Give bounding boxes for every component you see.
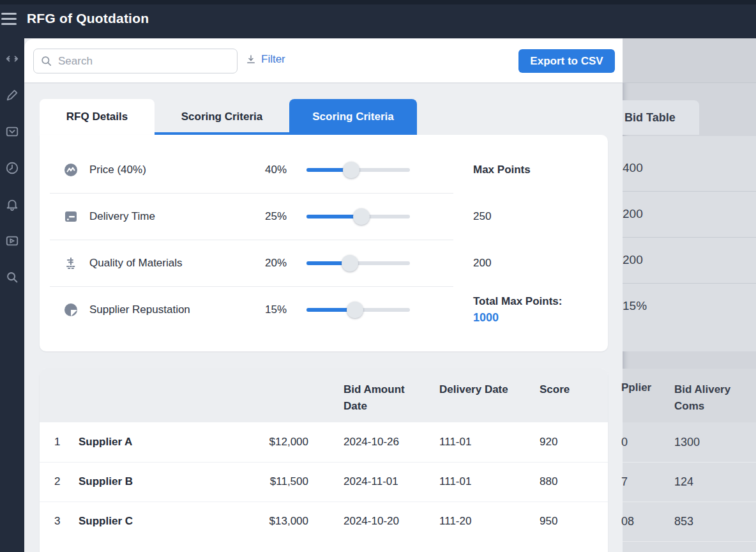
slider-knob[interactable] bbox=[347, 302, 363, 318]
quality-slider[interactable] bbox=[306, 255, 410, 272]
table-row: 0 1300 bbox=[623, 422, 756, 462]
search-icon bbox=[40, 55, 52, 67]
search-input[interactable] bbox=[58, 55, 218, 68]
max-points-value: 200 bbox=[410, 257, 608, 270]
total-max-points: Total Max Points: 1000 bbox=[410, 295, 608, 325]
clock-icon[interactable] bbox=[4, 160, 20, 176]
tab-rfq-details[interactable]: RFQ Details bbox=[40, 99, 155, 135]
slider-knob[interactable] bbox=[343, 162, 359, 178]
criterion-label: Delivery Time bbox=[80, 210, 246, 223]
table-row: 2 Supplier B $11,500 2024-11-01 111-01 8… bbox=[40, 462, 608, 502]
col-header-pplier: Pplier bbox=[621, 381, 674, 422]
background-bid-table: Pplier Bid Alivery Coms 0 1300 7 124 08 … bbox=[623, 369, 756, 552]
price-icon bbox=[64, 163, 78, 177]
delivery-date: 111-01 bbox=[439, 436, 513, 448]
score: 880 bbox=[513, 475, 570, 488]
table-row: 3 Supplier C $13,000 2024-10-20 111-20 9… bbox=[40, 502, 608, 541]
tab-bid-table[interactable]: Bid Table bbox=[623, 100, 699, 135]
col-header-bid-alivery-coms: Bid Alivery Coms bbox=[674, 381, 745, 422]
background-layer: Bid Table 400 200 200 15% Pplier Bid Ali… bbox=[623, 38, 756, 552]
background-table-header: Pplier Bid Alivery Coms bbox=[623, 369, 756, 422]
row-number: 3 bbox=[54, 515, 79, 528]
top-strip bbox=[0, 0, 756, 4]
cell: 7 bbox=[621, 475, 674, 489]
criterion-weight: 15% bbox=[246, 303, 287, 316]
cell: 1300 bbox=[674, 436, 745, 449]
tab-bar: RFQ Details Scoring Criteria Scoring Cri… bbox=[40, 99, 417, 135]
scoring-row-quality: Quality of Materials 20% 200 bbox=[40, 240, 608, 286]
criterion-weight: 40% bbox=[246, 164, 287, 176]
bid-date: 2024-10-26 bbox=[344, 436, 439, 448]
table-bottom-divider bbox=[623, 541, 756, 552]
filter-button[interactable]: Filter bbox=[245, 53, 285, 66]
col-header-delivery-date: Delivery Date bbox=[439, 381, 513, 398]
tab-scoring-criteria-1[interactable]: Scoring Criteria bbox=[155, 99, 289, 135]
toolbar: Filter Export to CSV bbox=[24, 39, 623, 82]
max-points-value: 250 bbox=[410, 210, 608, 223]
cell: 853 bbox=[674, 515, 745, 528]
media-card-icon[interactable] bbox=[4, 233, 20, 249]
page-title: RFG of Quotdation bbox=[27, 11, 149, 26]
delivery-date: 111-01 bbox=[439, 475, 513, 488]
delivery-time-slider[interactable] bbox=[306, 208, 410, 225]
mail-icon[interactable] bbox=[4, 124, 20, 139]
cell: 08 bbox=[621, 515, 674, 528]
background-points-value: 200 bbox=[623, 237, 756, 283]
bid-table-panel: Bid Amount Date Delivery Date Score 1 Su… bbox=[40, 369, 608, 552]
download-filter-icon bbox=[245, 54, 257, 65]
row-number: 2 bbox=[54, 475, 79, 488]
sidebar bbox=[0, 38, 24, 552]
col-header-score: Score bbox=[513, 381, 570, 398]
criterion-label: Supplier Repustation bbox=[80, 303, 246, 316]
supplier-name: Supplier B bbox=[79, 475, 238, 488]
tab-scoring-criteria-2[interactable]: Scoring Criteria bbox=[289, 99, 417, 135]
criterion-weight: 20% bbox=[246, 257, 287, 270]
search-icon[interactable] bbox=[4, 270, 20, 285]
total-max-points-value: 1000 bbox=[473, 311, 608, 325]
scoring-row-delivery-time: Delivery Time 25% 250 bbox=[40, 193, 608, 240]
reputation-slider[interactable] bbox=[306, 302, 410, 318]
criterion-label: Price (40%) bbox=[80, 164, 246, 176]
main-content: Filter Export to CSV RFQ Details Scoring… bbox=[24, 38, 623, 552]
delivery-date: 111-20 bbox=[439, 515, 513, 528]
bid-table-header: Bid Amount Date Delivery Date Score bbox=[40, 369, 608, 422]
quality-icon bbox=[64, 256, 78, 270]
cell: 0 bbox=[621, 436, 674, 449]
slider-knob[interactable] bbox=[353, 208, 370, 225]
supplier-name: Supplier C bbox=[79, 515, 238, 528]
background-points-value: 400 bbox=[623, 145, 756, 191]
bid-date: 2024-11-01 bbox=[344, 475, 439, 488]
reputation-icon bbox=[64, 303, 78, 317]
bell-icon[interactable] bbox=[4, 197, 20, 212]
background-points-column: 400 200 200 15% bbox=[623, 136, 756, 351]
total-max-points-label: Total Max Points: bbox=[473, 295, 608, 308]
search-box[interactable] bbox=[33, 49, 238, 73]
scoring-criteria-panel: Price (40%) 40% Max Points Delivery Time… bbox=[40, 135, 608, 351]
export-csv-button[interactable]: Export to CSV bbox=[518, 49, 615, 73]
criterion-weight: 25% bbox=[246, 210, 287, 223]
top-bar: RFG of Quotdation bbox=[0, 0, 756, 38]
supplier-name: Supplier A bbox=[79, 436, 238, 448]
bid-date: 2024-10-20 bbox=[344, 515, 439, 528]
table-row: 08 853 bbox=[623, 502, 756, 541]
delivery-time-icon bbox=[64, 210, 78, 224]
background-points-value: 200 bbox=[623, 191, 756, 237]
slider-knob[interactable] bbox=[342, 255, 358, 272]
background-points-value: 15% bbox=[623, 283, 756, 329]
criterion-label: Quality of Materials bbox=[80, 257, 246, 270]
score: 950 bbox=[513, 515, 570, 528]
scoring-row-price: Price (40%) 40% Max Points bbox=[40, 146, 608, 193]
cell: 124 bbox=[674, 475, 745, 489]
table-row: 1 Supplier A $12,000 2024-10-26 111-01 9… bbox=[40, 422, 608, 462]
score: 920 bbox=[513, 436, 570, 448]
table-row: 7 124 bbox=[623, 462, 756, 502]
row-number: 1 bbox=[54, 436, 79, 448]
max-points-header: Max Points bbox=[410, 164, 608, 176]
resize-horizontal-icon[interactable] bbox=[4, 51, 20, 66]
price-slider[interactable] bbox=[306, 162, 410, 178]
background-toolbar-strip bbox=[623, 38, 756, 83]
bid-amount: $11,500 bbox=[238, 475, 308, 488]
hamburger-menu-icon[interactable] bbox=[1, 13, 17, 26]
scoring-row-reputation: Supplier Repustation 15% Total Max Point… bbox=[40, 286, 608, 333]
pencil-icon[interactable] bbox=[4, 88, 20, 103]
